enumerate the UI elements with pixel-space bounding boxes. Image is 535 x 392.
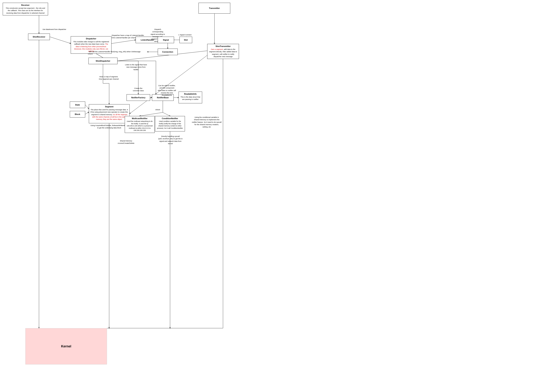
note-acquire-block: Using AcquireBlockToWrite, ReleaseWritte… [89,124,130,129]
block-title: Block [75,113,80,115]
dispatcher-title: Dispatcher [72,37,110,40]
readable-info-box: ReadableInfo This is the data struct tha… [179,92,202,103]
shm-transmitter-box: ShmTransmitter Own a segment, add data t… [207,44,239,59]
svg-line-4 [112,40,136,43]
shm-dispatcher-title: ShmDispatcher [96,60,110,62]
multicast-notifier-title: MulticastNotifier [126,117,153,120]
notifier-factory-title: NotifierFactory [131,97,145,99]
svg-line-1 [50,37,71,43]
note-create-concrete: Create theconcrete class [126,87,150,92]
condition-notifier-box: ConditionNotifier Used condition variabl… [155,116,185,131]
shm-transmitter-text: Own a segment, add data to the segment d… [209,48,237,58]
svg-line-21 [140,112,163,116]
slot-box: Slot [180,37,192,43]
notifier-base-title: NotifierBase [157,97,169,99]
readable-info-text: This is the data struct that are passing… [180,96,200,101]
connection-title: Connection [162,51,173,53]
kernel-box: Kernel [25,328,107,364]
block-box: Block [70,111,85,117]
note-will-call: Will call the ListenerHandler Run(msg, m… [89,50,152,53]
note-map-segment: Have a map of segment.One segment per ch… [91,75,127,80]
svg-line-22 [163,112,170,116]
signal-box: Signal [158,37,174,43]
receiver-title: Receiver [4,4,47,6]
state-title: State [75,104,80,106]
transmitter-title: Transmitter [209,7,220,9]
note-inherit: inherit [85,53,96,55]
readable-info-title: ReadableInfo [180,93,200,95]
note-shared-memory: Shared MemoryAccess/Create/Delete [112,140,140,145]
note-directly-handling: Directly handling syscall(poll, recvfrom… [155,135,186,145]
svg-line-16 [85,105,89,109]
note-can-be-added: Can be add to Notifier,and the component… [152,84,182,96]
multicast-notifier-box: MulticastNotifier Used the multicast net… [125,116,155,133]
note-get-data: Get data/event from dispatcher [41,28,68,30]
segment-box: Segment The place that used for passing … [89,104,130,123]
transmitter-box: Transmitter [199,3,230,14]
segment-text: The place that used for passing message … [90,108,128,120]
diagram-container: Receiver This constructor accept two arg… [0,0,535,392]
shm-dispatcher-box: ShmDispatcher [88,58,117,64]
state-box: State [70,102,85,108]
svg-line-17 [85,112,89,114]
segment-title: Segment [90,106,128,108]
multicast-notifier-text: Used the multicast networking to do the … [126,120,153,132]
condition-notifier-title: ConditionNotifier [157,117,183,120]
kernel-title: Kernel [61,345,71,348]
receiver-text: This constructor accept two argument - t… [4,7,47,14]
shm-receiver-title: ShmReceiver [33,36,45,38]
notifier-factory-box: NotifierFactory [126,94,150,101]
slot-title: Slot [184,39,188,41]
condition-notifier-text: Used condition variable for the Notify (… [157,120,183,129]
note-inherit2: inherit [152,108,163,111]
connection-box: Connection [158,49,178,55]
note-listen-signal: Listen to the signal that havenew messag… [118,63,154,71]
shm-transmitter-title: ShmTransmitter [209,45,237,47]
shm-receiver-box: ShmReceiver [28,33,50,40]
note-cond-variable: Using the conditional variable inShared … [189,116,225,128]
signal-title: Signal [163,39,169,41]
receiver-box: Receiver This constructor accept two arg… [3,3,48,15]
